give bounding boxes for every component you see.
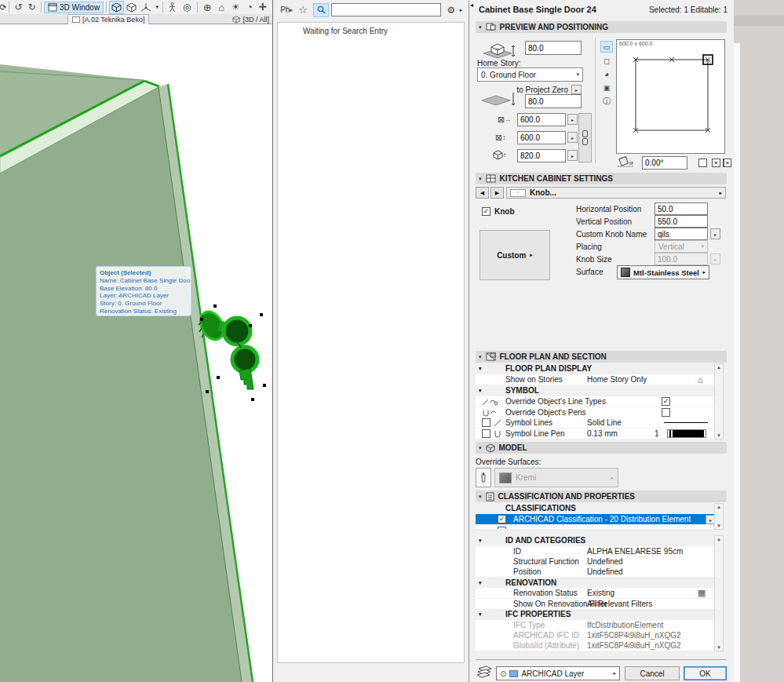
floorplan-display-subheader[interactable]: ▾ FLOOR PLAN DISPLAY <box>476 363 714 374</box>
scroll-down-icon[interactable]: ▼ <box>717 645 721 650</box>
view-badge[interactable]: [3D / All] <box>232 14 269 24</box>
dim-z-input[interactable] <box>517 149 566 162</box>
floorplan-scrollbar[interactable]: ▲ ▼ <box>714 363 724 439</box>
knob-3d-object[interactable] <box>192 300 271 403</box>
section-model[interactable]: ▾ MODEL <box>476 442 727 454</box>
favorites-star-icon[interactable]: ☆ <box>295 4 311 16</box>
vertical-position-input[interactable] <box>655 215 708 228</box>
gear-icon[interactable]: ⚙ <box>444 5 458 16</box>
symbol-subheader[interactable]: ▾ SYMBOL <box>476 385 714 396</box>
3d-window-button[interactable]: 3D Window <box>44 2 104 13</box>
section-floor-plan[interactable]: ▾ FLOOR PLAN AND SECTION <box>476 351 727 363</box>
override-pens-row[interactable]: Override Object's Pens <box>476 407 714 418</box>
pickup-settings-icon[interactable]: Ph▸ <box>278 5 295 14</box>
position-row[interactable]: Position Undefined <box>476 567 714 578</box>
classifications-scrollbar[interactable]: ▲ ▼ <box>714 503 724 530</box>
line-preview[interactable] <box>664 422 708 423</box>
show-on-stories-row[interactable]: Show on Stories Home Story Only ⌂ <box>476 374 714 385</box>
id-row[interactable]: ID ALPHA ENELARESE 95cm <box>476 546 714 557</box>
front-preview-icon[interactable]: ◻ <box>600 55 613 67</box>
info-preview-icon[interactable]: ⓘ <box>600 95 613 107</box>
symbol-lines-checkbox[interactable] <box>482 418 490 427</box>
page-next-button[interactable]: ▶ <box>490 187 504 199</box>
dim-y-flyout-button[interactable]: ▸ <box>567 132 578 143</box>
dim-z-flyout-button[interactable]: ▸ <box>567 150 578 161</box>
selection-dot[interactable] <box>263 384 266 387</box>
3d-projection-icon[interactable] <box>138 2 154 13</box>
structural-function-row[interactable]: Structural Function Undefined <box>476 556 714 567</box>
axonometry-cube-icon[interactable] <box>124 2 138 13</box>
dim-x-input[interactable] <box>517 113 566 126</box>
section-classification[interactable]: ▾ CLASSIFICATION AND PROPERTIES <box>476 491 727 502</box>
symbol-lines-row[interactable]: Symbol Lines Solid Line <box>476 418 714 429</box>
classifications-subheader[interactable]: CLASSIFICATIONS <box>476 503 714 514</box>
selection-dot[interactable] <box>206 390 209 393</box>
surface-painter-button[interactable] <box>476 468 491 487</box>
model-preview-icon[interactable]: ◕ <box>600 68 613 80</box>
renovation-pattern-icon[interactable]: ▦ <box>698 588 706 598</box>
search-results-area[interactable]: Waiting for Search Entry <box>277 22 465 663</box>
cancel-button[interactable]: Cancel <box>625 666 680 680</box>
hotspot-state-icon[interactable]: ✕ <box>723 159 731 167</box>
rotate-ccw-icon[interactable]: ↺ <box>12 2 25 13</box>
symbol-preview-box[interactable]: 600.0 x 600.0 <box>616 39 725 154</box>
gear-dropdown-icon[interactable]: ▸ <box>458 7 464 13</box>
classification-checkbox[interactable]: ✓ <box>498 515 506 523</box>
layer-select[interactable]: ⊙ ARCHICAD Layer ▸ <box>496 666 620 680</box>
scroll-up-icon[interactable]: ▲ <box>717 537 721 542</box>
section-preview-positioning[interactable]: ▾ PREVIEW AND POSITIONING <box>476 21 727 33</box>
symbol-line-pen-row[interactable]: Symbol Line Pen 0.13 mm 1 <box>476 429 714 439</box>
classification-selected-row[interactable]: ✓ ARCHICAD Classification - 20 Distribut… <box>476 514 714 525</box>
selection-dot[interactable] <box>251 398 254 401</box>
renovation-subheader[interactable]: ▾ RENOVATION <box>476 578 714 589</box>
line-types-checkbox[interactable]: ✓ <box>662 397 670 406</box>
selection-dot[interactable] <box>200 318 203 321</box>
scroll-down-icon[interactable]: ▼ <box>717 433 721 438</box>
light-icon[interactable]: ☀ <box>228 2 242 13</box>
walk-mode-icon[interactable] <box>166 2 179 13</box>
page-flyout-icon[interactable]: ▸ <box>719 190 722 196</box>
surface-button[interactable]: Mtl-Stainless Steel ▸ <box>617 265 709 279</box>
renovation-status-row[interactable]: Renovation Status Existing ▦ <box>476 588 714 599</box>
symbol-line-pen-checkbox[interactable] <box>482 429 490 438</box>
section-preview-icon[interactable]: ▣ <box>600 82 613 93</box>
rotation-angle-input[interactable] <box>642 156 687 170</box>
layers-icon[interactable] <box>476 665 493 679</box>
page-selector[interactable]: * Knob... ▸ <box>506 187 726 199</box>
selection-dot[interactable] <box>217 376 220 379</box>
scroll-up-icon[interactable]: ▲ <box>717 365 721 370</box>
knob-checkbox[interactable]: ✓ <box>482 207 490 216</box>
knob-checkbox-group[interactable]: ✓ Knob <box>482 207 515 216</box>
custom-knob-name-input[interactable] <box>655 228 708 240</box>
properties-scrollbar[interactable]: ▲ ▼ <box>714 535 724 651</box>
pan-icon[interactable]: ✛ <box>257 2 269 13</box>
anchor-flyout-button[interactable]: ▸ <box>571 85 582 94</box>
scroll-down-icon[interactable]: ▼ <box>717 523 721 528</box>
sphere-icon[interactable]: ◔ <box>242 2 257 13</box>
mirror-checkbox[interactable] <box>698 159 707 167</box>
search-button[interactable] <box>313 3 329 17</box>
custom-button[interactable]: Custom ▸ <box>480 230 550 280</box>
search-input[interactable] <box>331 3 441 16</box>
home-story-select[interactable]: 0. Ground Floor ▾ <box>477 67 583 82</box>
dim-x-flyout-button[interactable]: ▸ <box>567 114 578 125</box>
ifc-properties-subheader[interactable]: ▾ IFC PROPERTIES <box>476 609 714 620</box>
selection-dot[interactable] <box>249 324 252 327</box>
home-view-icon[interactable]: ⌂ <box>214 2 228 13</box>
selection-dot[interactable] <box>213 305 217 308</box>
projection-dropdown-icon[interactable]: ▾ <box>154 4 160 10</box>
plan-preview-icon[interactable]: ▭ <box>600 41 613 53</box>
collapse-panel-icon[interactable]: ◂ <box>470 2 473 9</box>
page-prev-button[interactable]: ◀ <box>476 187 489 199</box>
rotate-cw-icon[interactable]: ↻ <box>25 2 38 13</box>
id-categories-subheader[interactable]: ▾ ID AND CATEGORIES <box>476 535 714 546</box>
link-dimensions-bar[interactable] <box>578 113 592 162</box>
renovation-filter-row[interactable]: Show On Renovation Filter All Relevant F… <box>476 599 714 610</box>
pens-checkbox[interactable] <box>662 408 670 417</box>
orbit-icon[interactable]: ◎ <box>179 2 195 13</box>
globe-icon[interactable]: ⊕ <box>200 2 214 13</box>
perspective-view-button[interactable] <box>109 1 124 14</box>
tab-a02-teknika-beko[interactable]: [A.02 Teknika Beko] <box>67 14 149 24</box>
selection-dot[interactable] <box>260 313 263 316</box>
knob-name-flyout-button[interactable]: ▸ <box>710 228 720 239</box>
